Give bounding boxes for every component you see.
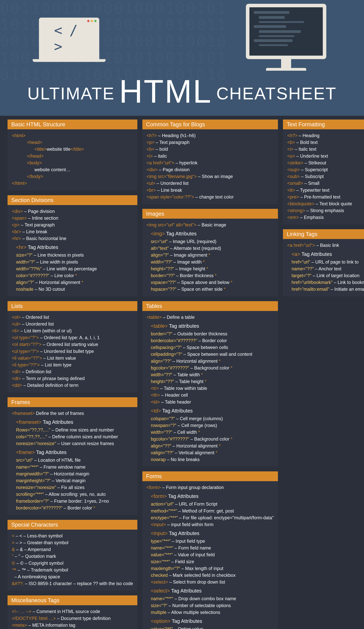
attr-item: size="***" – Field size [151, 558, 274, 565]
attr-item: cellspacing="?" – Space between cells [151, 344, 274, 351]
attr-item: border="??" – Border thickness * [151, 272, 274, 279]
section-lists: Lists <ol> – Ordered list<ul> – Unordere… [7, 301, 137, 392]
code-line: </head> [12, 153, 133, 159]
list-item: <pre> – Pre-formatted text [287, 194, 364, 200]
list-item: <b> – bold [147, 146, 274, 153]
column-2: Common Tags for Blogs <h?> – Heading (h1… [142, 120, 278, 629]
attr-item: checked – Mark selected field in checkbo… [151, 572, 274, 579]
sub-header: <table> Tag attributes [151, 322, 274, 329]
attr-item: color="#??????" – Line color * [16, 272, 133, 279]
list-item: <a href="url"> – hyperlink [147, 160, 274, 166]
attr-item: method="***" – Method of Form: get, post [151, 508, 274, 514]
list-item: <i> – Italic text [287, 146, 364, 153]
list-item: <td> – Table header [151, 399, 274, 405]
list-item: <div> – Page division [147, 166, 274, 173]
attr-item: alt="text" – Alternate text (required) [151, 245, 274, 252]
section-title: Basic HTML Structure [7, 120, 137, 129]
list-item: <strike> – Strikeout [287, 160, 364, 166]
attr-item: Rows="??,??,…" – Define row sizes and nu… [16, 427, 133, 433]
list-item: <br> – Line break [147, 187, 274, 193]
section-text-formatting: Text Formatting <h?> – Heading<b> – Bold… [283, 120, 364, 224]
list-item: <img src="filename.jpg"> – Show an image [147, 173, 274, 180]
list-item: <ol> – Ordered list [12, 314, 133, 320]
list-item: <sub> – Subscript [287, 173, 364, 180]
list-item: <ul> – Unordered list [147, 180, 274, 186]
section-title: Miscellaneous Tags [7, 595, 137, 605]
section-title: Common Tags for Blogs [142, 120, 278, 129]
list-item: <i> – italic [147, 153, 274, 159]
attr-item: noresize="noresize" – User cannot resize… [16, 440, 133, 447]
attr-item: value="***" – Option value [151, 626, 274, 629]
sub-header: <a> Tag Attributes [291, 250, 364, 258]
section-title: Section Divisions [7, 195, 137, 205]
sub-header: <frame> Tag Attributes [16, 449, 133, 456]
list-item: <!DOCTYPE html …> – Document type defini… [12, 615, 133, 622]
section-title: Text Formatting [283, 120, 364, 129]
attr-item: size="?" – Number of selectable options [151, 602, 274, 609]
list-item: <li type="??"> – List item type [12, 362, 133, 368]
attr-item: height="??" – Table height * [151, 378, 274, 385]
attr-item: name="***" – Frame window name [16, 464, 133, 470]
list-item: <div> – Page division [12, 208, 133, 215]
section-title: Special Characters [7, 520, 137, 530]
list-item: <sup> – Superscript [287, 166, 364, 173]
attr-item: rowspan="?" – Cell merge (rows) [151, 422, 274, 429]
list-item: – A nonbreaking space [12, 574, 133, 580]
sub-header: <img> Tag Attributes [151, 230, 274, 237]
sub-header: <td> Tag Attributes [151, 407, 274, 414]
list-item: <meta> – META information tag [12, 622, 133, 629]
hero-banner: 0011001010001000100101 10100101011001010… [0, 0, 364, 116]
list-item: <ol start="??"> – Ordered list starting … [12, 341, 133, 348]
list-item: <small> – Small [287, 180, 364, 186]
sub-header: <hr> Tag Attributes [16, 244, 133, 251]
list-item: > – > – Greater-than symbol [12, 539, 133, 546]
list-item: & – & – Ampersand [12, 546, 133, 553]
attr-item: bgcolor="#??????" – Background color * [151, 365, 274, 371]
attr-item: src="url" – Location of HTML file [16, 457, 133, 464]
code-line: <body> [12, 160, 133, 166]
section-tables: Tables <table> – Define a table <table> … [142, 301, 278, 467]
attr-item: marginheight="?" – Vertical margin [16, 477, 133, 484]
list-item: < – < – Less-than symbol [12, 533, 133, 539]
list-item: <ul> – Unordered list [12, 321, 133, 327]
section-title: Lists [7, 301, 137, 311]
attr-item: marginwidth="?" – Horizontal margin [16, 471, 133, 477]
list-item: <hr> – Basic horizontal line [12, 235, 133, 242]
sub-header: <option> Tag Attributes [151, 618, 274, 625]
attr-item: align="??" – Horizontal alignment * [151, 358, 274, 364]
attr-item: valign="??" – Vertical alignment * [151, 450, 274, 456]
list-item: " – " – Quotation mark [12, 553, 133, 560]
list-item: <ul type="?"> – Unordered list bullet ty… [12, 348, 133, 355]
code-line: <head> [12, 139, 133, 146]
attr-item: action="url" – URL of Form Script [151, 501, 274, 507]
list-item: &#??; – ISO 8859-1 character – replace ?… [12, 580, 133, 587]
code-icon: < / > [54, 22, 84, 54]
list-item: ™ – ™ – Trademark symbol [12, 567, 133, 573]
list-item: <br> – Line break [12, 228, 133, 235]
code-line: <title>website title</title> [12, 146, 133, 153]
section-title: Tables [142, 301, 278, 311]
attr-item: hspace="??" – Space on either side * [151, 286, 274, 293]
attr-item: colspan="?" – Cell merge (columns) [151, 415, 274, 422]
section-title: Forms [142, 471, 278, 481]
attr-item: bgcolor="#??????" – Background color * [151, 436, 274, 442]
attr-item: width="??%" – Line width as percentage [16, 266, 133, 272]
window-dot-green [94, 20, 96, 22]
laptop-illustration: < / > [39, 18, 105, 62]
list-item: <dl> – Definition list [12, 368, 133, 375]
list-item: <h?> – Heading [287, 132, 364, 139]
code-line: <html> [12, 132, 133, 139]
list-item: <li value="??"> – List item value [12, 355, 133, 361]
column-1: Basic HTML Structure <html><head><title>… [7, 120, 137, 629]
window-dot-red [87, 20, 90, 22]
section-basic: Basic HTML Structure <html><head><title>… [7, 120, 137, 190]
list-item: <tt> – Typewriter text [287, 187, 364, 193]
list-item: <u> – Underline text [287, 153, 364, 159]
list-item: <!-- … --> – Comment in HTML source code [12, 608, 133, 615]
list-item: <h?> – Heading (h1–h6) [147, 132, 274, 139]
attr-item: cellpadding="?" – Space between wall and… [151, 351, 274, 357]
list-item: <th> – Header cell [151, 392, 274, 398]
attr-item: name="??" – Anchor text [291, 266, 364, 272]
list-item: <em> – Emphasis [287, 214, 364, 221]
attr-item: vspace="??" – Space above and below * [151, 279, 274, 286]
